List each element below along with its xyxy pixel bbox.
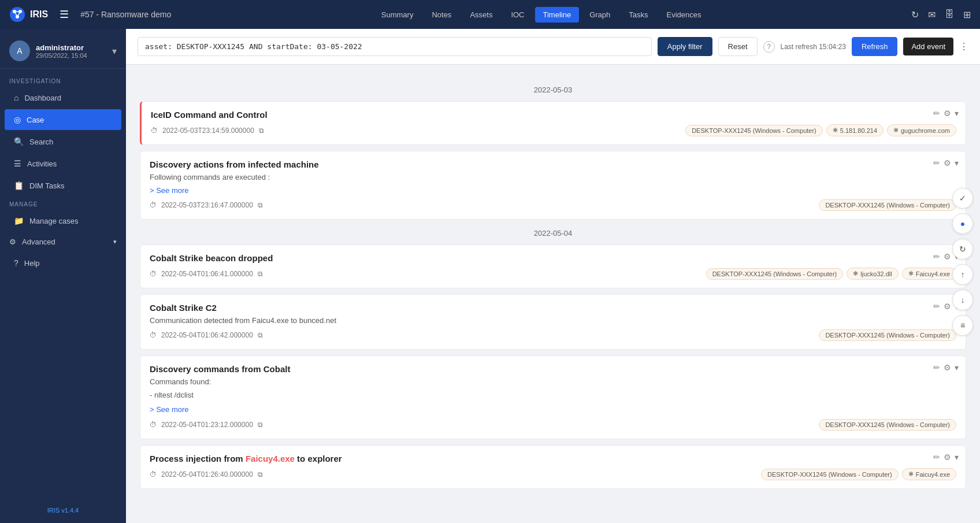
edit-icon-2[interactable]: ✏ — [933, 158, 940, 168]
event-card-iceid: ✏ ⚙ ▾ IceID Command and Control ⏱ 2022-0… — [140, 101, 966, 145]
tab-notes[interactable]: Notes — [424, 7, 459, 23]
date-marker-1: 2022-05-03 — [140, 86, 966, 94]
float-down-button[interactable]: ↓ — [952, 290, 973, 310]
edit-icon-1[interactable]: ✏ — [933, 109, 940, 118]
copy-icon-6[interactable]: ⧉ — [258, 470, 263, 479]
activities-icon: ☰ — [14, 159, 21, 168]
copy-icon-1[interactable]: ⧉ — [259, 127, 264, 135]
sidebar-item-advanced[interactable]: ⚙ Advanced ▾ — [0, 232, 126, 252]
grid-icon[interactable]: ⊞ — [963, 9, 971, 20]
event-card-5-actions: ✏ ⚙ ▾ — [933, 363, 959, 372]
edit-icon-6[interactable]: ✏ — [933, 452, 940, 462]
logo-text: IRIS — [30, 9, 48, 20]
tab-summary[interactable]: Summary — [373, 7, 422, 23]
filter-bar: Apply filter Reset ? Last refresh 15:04:… — [126, 29, 980, 65]
tag-label: Faicuy4.exe — [916, 471, 950, 478]
float-check-button[interactable]: ✓ — [952, 188, 973, 209]
sidebar-item-case[interactable]: ◎ Case — [5, 109, 121, 130]
sync-icon[interactable]: ↻ — [911, 9, 919, 20]
event-time-1: ⏱ 2022-05-03T23:14:59.000000 ⧉ — [151, 127, 264, 135]
sidebar-item-dim-tasks[interactable]: 📋 DIM Tasks — [5, 175, 121, 196]
event-card-discovery: ✏ ⚙ ▾ Discovery actions from infected ma… — [140, 151, 966, 220]
event-card-1-actions: ✏ ⚙ ▾ — [933, 109, 959, 118]
gear-icon-6[interactable]: ⚙ — [944, 452, 951, 462]
sidebar-item-dashboard[interactable]: ⌂ Dashboard — [5, 87, 121, 108]
see-more-5[interactable]: > See more — [150, 405, 189, 414]
tag-label: Faicuy4.exe — [916, 270, 950, 277]
tag-6-0: DESKTOP-XXX1245 (Windows - Computer) — [761, 469, 899, 480]
sidebar-item-manage-cases[interactable]: 📁 Manage cases — [5, 210, 121, 231]
tag-6-1: ✱Faicuy4.exe — [902, 468, 956, 480]
tab-timeline[interactable]: Timeline — [535, 7, 580, 23]
tab-graph[interactable]: Graph — [581, 7, 618, 23]
gear-icon-1[interactable]: ⚙ — [944, 109, 951, 118]
edit-icon-4[interactable]: ✏ — [933, 302, 940, 311]
tab-tasks[interactable]: Tasks — [621, 7, 656, 23]
case-label: Case — [27, 116, 44, 124]
user-info: administrator 29/05/2022, 15:04 — [36, 43, 87, 59]
event-meta-2: ⏱ 2022-05-03T23:16:47.000000 ⧉ DESKTOP-X… — [150, 199, 956, 211]
float-up-button[interactable]: ↑ — [952, 264, 973, 285]
event-title-6: Process injection from Faicuy4.exe to ex… — [150, 454, 956, 463]
clock-icon-6: ⏱ — [150, 470, 157, 479]
edit-icon-5[interactable]: ✏ — [933, 363, 940, 372]
event-meta-1: ⏱ 2022-05-03T23:14:59.000000 ⧉ DESKTOP-X… — [151, 124, 956, 136]
float-refresh-button[interactable]: ↻ — [952, 239, 973, 259]
tag-3-2: ✱Faicuy4.exe — [902, 268, 956, 280]
more-options-button[interactable]: ⋮ — [959, 41, 968, 52]
copy-icon-3[interactable]: ⧉ — [258, 270, 263, 278]
gear-icon-2[interactable]: ⚙ — [944, 158, 951, 168]
apply-filter-button[interactable]: Apply filter — [658, 37, 712, 56]
advanced-label: Advanced — [22, 238, 55, 246]
chevron-icon-2[interactable]: ▾ — [955, 158, 959, 168]
tag-label: DESKTOP-XXX1245 (Windows - Computer) — [825, 421, 950, 428]
event-title-5: Discovery commands from Cobalt — [150, 364, 956, 374]
tab-group: Summary Notes Assets IOC Timeline Graph … — [373, 7, 710, 23]
float-list-button[interactable]: ≡ — [952, 315, 973, 336]
add-event-button[interactable]: Add event — [903, 38, 953, 55]
filter-input[interactable] — [138, 37, 652, 56]
mail-icon[interactable]: ✉ — [928, 9, 936, 20]
chevron-icon-6[interactable]: ▾ — [955, 452, 959, 462]
event-tags-4: DESKTOP-XXX1245 (Windows - Computer) — [819, 329, 956, 341]
search-label: Search — [29, 138, 53, 146]
event-card-2-actions: ✏ ⚙ ▾ — [933, 158, 959, 168]
chevron-icon-1[interactable]: ▾ — [955, 109, 959, 118]
db-icon[interactable]: 🗄 — [945, 9, 954, 20]
sidebar-item-search[interactable]: 🔍 Search — [5, 131, 121, 152]
event-extra-5: - nltest /dclist — [150, 391, 956, 399]
copy-icon-5[interactable]: ⧉ — [258, 421, 263, 429]
event-meta-5: ⏱ 2022-05-04T01:23:12.000000 ⧉ DESKTOP-X… — [150, 419, 956, 431]
reset-button[interactable]: Reset — [718, 37, 758, 56]
edit-icon-3[interactable]: ✏ — [933, 252, 940, 261]
refresh-button[interactable]: Refresh — [852, 37, 898, 56]
title-highlight-6: Faicuy4.exe — [246, 454, 295, 463]
event-title-4: Cobalt Strike C2 — [150, 303, 956, 313]
copy-icon-2[interactable]: ⧉ — [258, 201, 263, 209]
tag-2-0: DESKTOP-XXX1245 (Windows - Computer) — [819, 199, 956, 211]
float-circle-button[interactable]: ● — [952, 213, 973, 234]
timestamp-1: 2022-05-03T23:14:59.000000 — [162, 127, 254, 135]
gear-icon-3[interactable]: ⚙ — [944, 252, 951, 261]
advanced-chevron-icon: ▾ — [113, 238, 117, 246]
see-more-2[interactable]: > See more — [150, 186, 956, 195]
tab-assets[interactable]: Assets — [462, 7, 500, 23]
hamburger-icon[interactable]: ☰ — [60, 8, 69, 21]
tab-evidences[interactable]: Evidences — [659, 7, 710, 23]
date-label-2: 2022-05-04 — [534, 229, 573, 238]
copy-icon-4[interactable]: ⧉ — [258, 331, 263, 339]
gear-icon-5[interactable]: ⚙ — [944, 363, 951, 372]
sidebar-item-help[interactable]: ? Help — [5, 253, 121, 273]
sidebar-item-activities[interactable]: ☰ Activities — [5, 153, 121, 174]
sidebar: A administrator 29/05/2022, 15:04 ▾ INVE… — [0, 29, 126, 523]
tab-ioc[interactable]: IOC — [503, 7, 532, 23]
user-dropdown-icon[interactable]: ▾ — [112, 46, 117, 57]
top-nav: IRIS ☰ #57 - Ransomware demo Summary Not… — [0, 0, 980, 29]
event-time-4: ⏱ 2022-05-04T01:06:42.000000 ⧉ — [150, 331, 263, 339]
gear-icon-4[interactable]: ⚙ — [944, 302, 951, 311]
chevron-icon-5[interactable]: ▾ — [955, 363, 959, 372]
tag-3-1: ✱ljucko32.dll — [847, 268, 898, 280]
filter-help-icon[interactable]: ? — [763, 41, 775, 53]
event-time-3: ⏱ 2022-05-04T01:06:41.000000 ⧉ — [150, 270, 263, 278]
manage-cases-label: Manage cases — [29, 217, 79, 225]
